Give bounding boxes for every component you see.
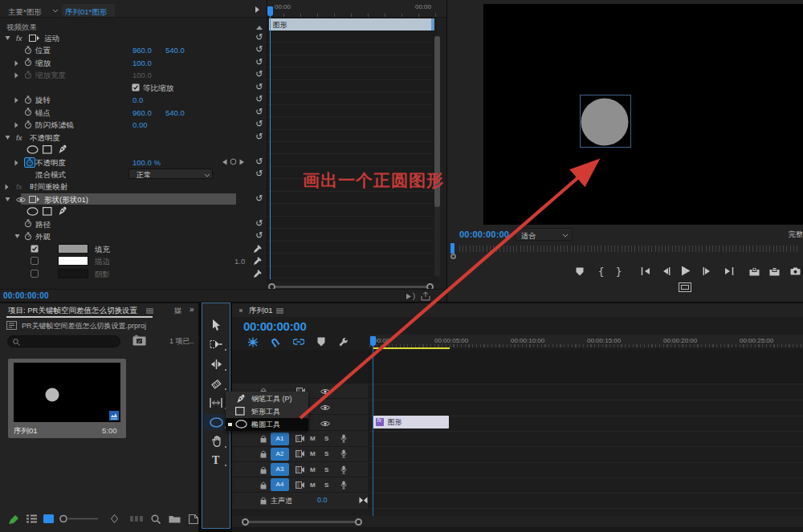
sync-lock-icon[interactable] bbox=[296, 435, 304, 442]
new-item-icon[interactable] bbox=[189, 514, 198, 524]
program-timecode[interactable]: 00:00:00:00 bbox=[459, 229, 509, 239]
sync-lock-icon[interactable] bbox=[296, 481, 304, 489]
flyout-item-rect-tool[interactable]: 矩形工具 bbox=[226, 405, 308, 418]
scrubber-zoom-handle[interactable] bbox=[450, 254, 456, 259]
project-tab[interactable]: 项目: PR关键帧空间差值怎么切换设置 bbox=[8, 306, 137, 316]
mic-icon[interactable] bbox=[340, 465, 347, 474]
twirl-closed-icon[interactable] bbox=[14, 72, 18, 79]
pen-mask-icon[interactable] bbox=[57, 206, 67, 216]
reset-icon[interactable]: ↻ bbox=[255, 82, 263, 92]
safe-margins-icon[interactable] bbox=[679, 282, 691, 292]
stopwatch-icon[interactable] bbox=[24, 71, 32, 79]
sequence-clip-tab[interactable]: 序列01*图形 bbox=[62, 4, 115, 17]
rect-mask-icon[interactable] bbox=[43, 145, 52, 154]
timeline-hscroll-right-handle[interactable] bbox=[355, 518, 362, 526]
program-scrubber[interactable] bbox=[459, 246, 800, 252]
sync-lock-icon[interactable] bbox=[296, 450, 304, 457]
effect-row-uniform-scale[interactable]: 等比缩放↻ bbox=[0, 82, 267, 94]
stopwatch-icon[interactable] bbox=[24, 108, 32, 116]
flyout-item-ellipse-tool[interactable]: 椭圆工具 bbox=[226, 418, 308, 431]
twirl-closed-icon[interactable] bbox=[14, 122, 18, 128]
timeline-playhead-marker[interactable] bbox=[370, 336, 376, 346]
twirl-closed-icon[interactable] bbox=[5, 184, 9, 190]
color-swatch[interactable] bbox=[58, 244, 88, 254]
eyedropper-icon[interactable] bbox=[253, 245, 262, 254]
mini-timeline-clip-bar[interactable]: 图形 bbox=[269, 18, 434, 30]
reset-icon[interactable]: ↻ bbox=[255, 156, 263, 167]
eye-icon[interactable] bbox=[320, 420, 330, 427]
track-target-badge[interactable]: A4 bbox=[271, 478, 289, 491]
add-marker-icon[interactable] bbox=[576, 267, 584, 276]
export-icon[interactable] bbox=[421, 292, 430, 301]
master-level-value[interactable]: 0.0 bbox=[317, 496, 328, 504]
row-value[interactable]: 100.0 bbox=[132, 59, 152, 67]
twirl-open-icon[interactable] bbox=[5, 197, 10, 202]
timeline-timecode[interactable]: 00:00:00:00 bbox=[243, 319, 306, 333]
effect-row-shape[interactable]: 形状(形状01)↻ bbox=[0, 193, 267, 205]
eyedropper-icon[interactable] bbox=[253, 270, 262, 278]
sequence-item-card[interactable]: 序列01 5:00 bbox=[8, 359, 126, 438]
effect-row-path[interactable]: 路径↻ bbox=[0, 218, 267, 230]
row-value[interactable]: 100.0 % bbox=[132, 158, 161, 167]
list-view-icon[interactable] bbox=[26, 514, 37, 523]
twirl-open-icon[interactable] bbox=[5, 35, 10, 41]
export-frame-icon[interactable] bbox=[790, 267, 801, 275]
eye-icon[interactable] bbox=[320, 404, 330, 411]
step-forward-icon[interactable] bbox=[703, 267, 711, 275]
reset-icon[interactable]: ↻ bbox=[255, 57, 263, 67]
collapse-icon[interactable] bbox=[256, 26, 263, 30]
project-file-row[interactable]: PR关键帧空间差值怎么切换设置.prproj bbox=[0, 319, 198, 333]
vertical-scrollbar-track[interactable] bbox=[434, 36, 440, 277]
effect-row-opacity-group[interactable]: fx不透明度↻ bbox=[0, 132, 267, 144]
stopwatch-icon[interactable] bbox=[24, 58, 32, 67]
checkbox-checked-icon[interactable] bbox=[31, 245, 39, 253]
timeline-settings-icon[interactable] bbox=[339, 337, 349, 347]
play-icon[interactable] bbox=[681, 266, 691, 276]
timeline-ruler[interactable]: :00:0000:00:05:0000:00:10:0000:00:15:000… bbox=[369, 335, 803, 347]
solo-button[interactable]: S bbox=[324, 450, 328, 457]
timeline-hscroll-left-handle[interactable] bbox=[242, 518, 249, 526]
reset-icon[interactable]: ↻ bbox=[255, 32, 263, 43]
selection-tool[interactable] bbox=[204, 317, 228, 333]
sync-lock-icon[interactable] bbox=[296, 466, 304, 473]
mic-icon[interactable] bbox=[340, 481, 347, 489]
lock-icon[interactable] bbox=[260, 481, 267, 489]
lock-icon[interactable] bbox=[260, 435, 267, 443]
timeline-clip[interactable]: fx 图形 bbox=[373, 416, 449, 428]
twirl-closed-icon[interactable] bbox=[14, 60, 18, 67]
eye-icon[interactable] bbox=[320, 388, 330, 395]
play-around-icon[interactable] bbox=[406, 293, 416, 300]
checkbox-checked-icon[interactable] bbox=[132, 83, 140, 91]
add-keyframe-icon[interactable] bbox=[230, 158, 237, 165]
program-playhead[interactable] bbox=[450, 243, 454, 254]
reset-icon[interactable]: ↻ bbox=[255, 218, 263, 229]
snap-icon[interactable] bbox=[270, 337, 280, 347]
reset-icon[interactable]: ↻ bbox=[255, 107, 263, 117]
effect-row-anti-flicker[interactable]: 防闪烁滤镜0.00↻ bbox=[0, 119, 267, 131]
lock-icon[interactable] bbox=[260, 466, 267, 474]
zoom-level-select[interactable]: 适合 bbox=[515, 228, 573, 241]
new-bin-icon[interactable] bbox=[169, 514, 181, 523]
add-marker-icon[interactable] bbox=[317, 337, 325, 347]
row-value[interactable]: 0.0 bbox=[132, 95, 143, 104]
checkbox-unchecked-icon[interactable] bbox=[31, 257, 39, 265]
effect-row-scale-width[interactable]: 缩放宽度100.0↻ bbox=[0, 69, 267, 81]
effect-row-appearance[interactable]: 外观↻ bbox=[0, 230, 267, 242]
insert-as-nest-icon[interactable] bbox=[247, 337, 259, 347]
stopwatch-icon[interactable] bbox=[24, 232, 32, 241]
timeline-tab[interactable]: 序列01 bbox=[249, 306, 273, 316]
extract-icon[interactable] bbox=[769, 267, 780, 276]
row-value[interactable]: 540.0 bbox=[165, 46, 185, 55]
solo-button[interactable]: S bbox=[324, 435, 328, 442]
color-swatch[interactable] bbox=[58, 256, 88, 266]
resolution-select[interactable]: 完整 bbox=[789, 229, 803, 240]
reset-icon[interactable]: ↻ bbox=[255, 94, 263, 104]
prev-keyframe-icon[interactable] bbox=[222, 159, 227, 165]
effect-row-shadow[interactable]: 阴影 bbox=[0, 268, 267, 280]
mini-hscroll-bar[interactable] bbox=[274, 286, 430, 288]
twirl-open-icon[interactable] bbox=[14, 234, 20, 239]
twirl-open-icon[interactable] bbox=[5, 135, 10, 140]
eyedropper-icon[interactable] bbox=[253, 257, 262, 266]
ellipse-mask-icon[interactable] bbox=[26, 207, 39, 216]
effect-row-time-remap[interactable]: fx时间重映射 bbox=[0, 181, 267, 193]
